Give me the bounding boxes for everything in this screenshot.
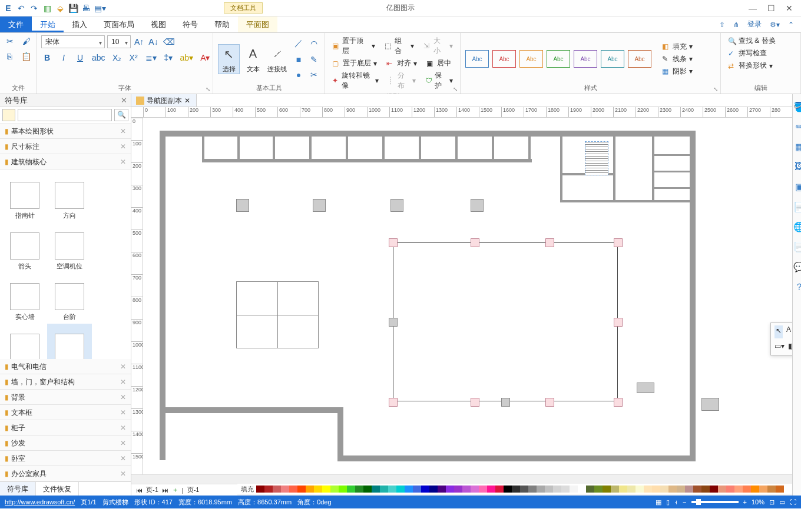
color-swatch[interactable] xyxy=(603,486,611,493)
color-swatch[interactable] xyxy=(264,486,273,493)
shape-item[interactable]: 剪式楼梯 xyxy=(47,324,92,359)
select-tool[interactable]: ↖选择 xyxy=(218,44,240,74)
find-replace-button[interactable]: 🔍查找 & 替换 xyxy=(726,35,778,46)
color-swatch[interactable] xyxy=(297,486,306,493)
zoom-level[interactable]: 10% xyxy=(752,498,764,506)
copy-icon[interactable]: ⎘ xyxy=(4,51,15,62)
symbol-search-input[interactable] xyxy=(18,109,112,121)
line-icon[interactable]: ／ xyxy=(293,37,304,50)
italic-icon[interactable]: I xyxy=(58,52,69,64)
color-swatch[interactable] xyxy=(363,486,372,493)
maximize-icon[interactable]: ☐ xyxy=(767,4,775,13)
sidebar-category[interactable]: ▮卧室✕ xyxy=(0,451,131,466)
color-swatch[interactable] xyxy=(759,486,767,493)
page-icon[interactable]: ▦ xyxy=(793,141,801,154)
color-swatch[interactable] xyxy=(644,486,652,493)
color-swatch[interactable] xyxy=(677,486,685,493)
color-swatch[interactable] xyxy=(701,486,710,493)
color-swatch[interactable] xyxy=(619,486,627,493)
mini-fill-icon[interactable]: ◧▾ xyxy=(788,342,792,353)
color-swatch[interactable] xyxy=(685,486,693,493)
tab-view[interactable]: 视图 xyxy=(143,16,174,32)
fullscreen-icon[interactable]: ⛶ xyxy=(790,498,796,506)
subscript-icon[interactable]: X₂ xyxy=(111,52,123,64)
sidebar-category[interactable]: ▮沙发✕ xyxy=(0,435,131,451)
color-swatch[interactable] xyxy=(751,486,759,493)
color-swatch[interactable] xyxy=(438,486,446,493)
color-swatch[interactable] xyxy=(611,486,619,493)
color-swatch[interactable] xyxy=(372,486,380,493)
fit-page-icon[interactable]: ⊡ xyxy=(769,498,774,506)
sidebar-tab-recovery[interactable]: 文件恢复 xyxy=(36,482,79,496)
color-swatch[interactable] xyxy=(306,486,314,493)
page-tab[interactable]: 页-1 xyxy=(146,486,158,494)
handle-s2[interactable] xyxy=(545,398,554,407)
color-swatch[interactable] xyxy=(339,486,347,493)
handle-nw[interactable] xyxy=(389,238,398,247)
mini-move-icon[interactable]: ↖ xyxy=(774,325,783,338)
color-swatch[interactable] xyxy=(776,486,784,493)
color-swatch[interactable] xyxy=(743,486,751,493)
redo-icon[interactable]: ↷ xyxy=(29,4,39,13)
sidebar-category[interactable]: ▮柜子✕ xyxy=(0,420,131,435)
rect-icon[interactable]: ■ xyxy=(293,54,304,65)
bullets-icon[interactable]: ≣▾ xyxy=(144,52,158,64)
zoom-out-icon[interactable]: − xyxy=(683,498,686,506)
color-swatch[interactable] xyxy=(322,486,330,493)
align-button[interactable]: ⇤对齐▾ xyxy=(384,58,419,69)
size-button[interactable]: ⇲大小▾ xyxy=(421,35,455,56)
handle-w[interactable] xyxy=(389,318,398,327)
color-swatch[interactable] xyxy=(413,486,421,493)
new-icon[interactable]: ▥ xyxy=(42,4,52,13)
page-first-icon[interactable]: ⏮ xyxy=(136,487,143,494)
page-add-icon[interactable]: ＋ xyxy=(172,486,178,494)
color-swatch[interactable] xyxy=(767,486,776,493)
color-swatch[interactable] xyxy=(487,486,495,493)
web-icon[interactable]: 🌐 xyxy=(793,221,801,234)
color-swatch[interactable] xyxy=(660,486,668,493)
group-button[interactable]: ⬚组合▾ xyxy=(382,35,416,56)
tab-symbol[interactable]: 符号 xyxy=(174,16,206,32)
color-swatch[interactable] xyxy=(471,486,479,493)
color-swatch[interactable] xyxy=(594,486,603,493)
arc-icon[interactable]: ◠ xyxy=(308,37,320,50)
doc2-icon[interactable]: 📑 xyxy=(793,241,801,254)
color-swatch[interactable] xyxy=(627,486,635,493)
status-url[interactable]: http://www.edrawsoft.cn/ xyxy=(5,498,75,506)
color-swatch[interactable] xyxy=(421,486,429,493)
style-preset-2[interactable]: Abc xyxy=(492,50,516,68)
underline-icon[interactable]: U xyxy=(74,52,86,64)
ruler-horizontal[interactable]: 0100200300400500600700800900100011001200… xyxy=(131,107,792,118)
shape-item[interactable]: 箭头 xyxy=(2,222,47,273)
mini-toolbar[interactable]: ↖ A↑ A↓ ≡ 宋体 🖌▾ B I ▭▾ ◧▾ 💧▾ ⋯▾ ✕ xyxy=(770,322,792,355)
pen2-icon[interactable]: ✏ xyxy=(793,121,801,134)
color-swatch[interactable] xyxy=(520,486,528,493)
drawing-canvas[interactable] xyxy=(143,118,792,474)
sidebar-tab-library[interactable]: 符号库 xyxy=(0,482,36,496)
strike-icon[interactable]: abc xyxy=(91,52,107,64)
sidebar-category[interactable]: ▮建筑物核心✕ xyxy=(0,154,131,169)
open-icon[interactable]: ⬙ xyxy=(55,4,65,13)
color-swatch[interactable] xyxy=(429,486,438,493)
text-tool[interactable]: A文本 xyxy=(242,45,264,74)
stairs-shape[interactable] xyxy=(585,141,608,175)
view-mode-3-icon[interactable]: ⫞ xyxy=(674,498,678,506)
collapse-ribbon-icon[interactable]: ⌃ xyxy=(788,21,794,29)
shape-item[interactable]: 方向 xyxy=(47,172,92,222)
tab-help[interactable]: 帮助 xyxy=(206,16,238,32)
handle-e[interactable] xyxy=(614,318,623,327)
style-preset-7[interactable]: Abc xyxy=(628,50,651,68)
sidebar-category[interactable]: ▮文本框✕ xyxy=(0,405,131,420)
picture-icon[interactable]: 🖼 xyxy=(793,161,801,174)
color-swatch[interactable] xyxy=(388,486,396,493)
doc-tab-close-icon[interactable]: ✕ xyxy=(184,94,190,107)
handle-sw[interactable] xyxy=(389,398,398,407)
color-swatch[interactable] xyxy=(405,486,413,493)
sidebar-category[interactable]: ▮基本绘图形状✕ xyxy=(0,124,131,139)
view-mode-1-icon[interactable]: ▦ xyxy=(656,498,661,506)
handle-n2[interactable] xyxy=(545,238,554,247)
color-swatch[interactable] xyxy=(528,486,537,493)
sidebar-close-icon[interactable]: ✕ xyxy=(121,94,127,107)
sidebar-category[interactable]: ▮尺寸标注✕ xyxy=(0,139,131,154)
shape-item[interactable]: 实心墙 xyxy=(2,273,47,324)
